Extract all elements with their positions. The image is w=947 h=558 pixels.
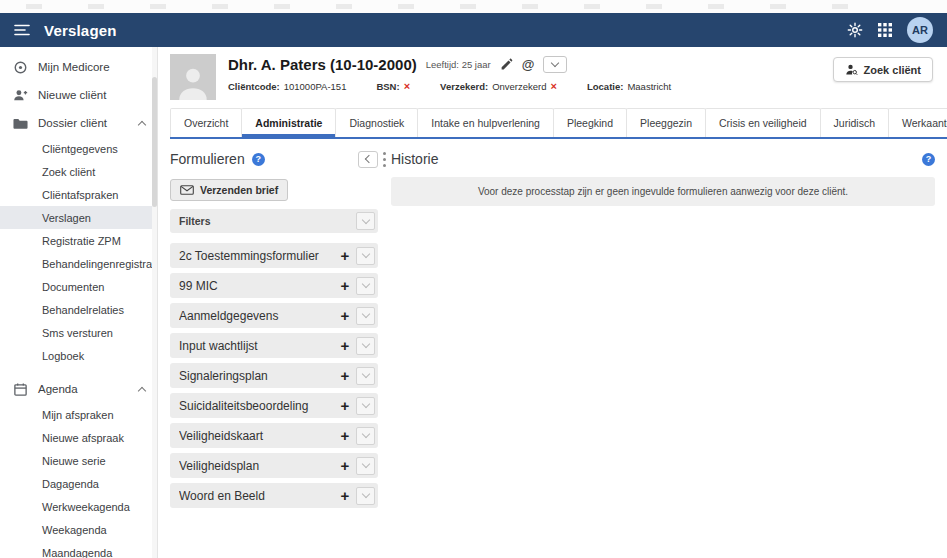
collapse-panel-button[interactable]	[358, 151, 378, 168]
form-name: Veiligheidskaart	[179, 429, 334, 443]
form-name: Suicidaliteitsbeoordeling	[179, 399, 334, 413]
tab-diagnostiek[interactable]: Diagnostiek	[335, 108, 418, 137]
scrollbar-thumb[interactable]	[152, 77, 157, 207]
sidebar-item-nieuwe-client[interactable]: Nieuwe cliënt	[0, 81, 157, 109]
add-form-button[interactable]: +	[334, 308, 356, 323]
sidebar-section-dossier-client[interactable]: Dossier cliënt	[0, 109, 157, 137]
zoek-client-label: Zoek cliënt	[864, 64, 921, 76]
tab-werkaantekening[interactable]: Werkaantekening	[888, 108, 947, 137]
sidebar-item-label: Zoek cliënt	[42, 166, 95, 178]
sidebar-item-werkweekagenda[interactable]: Werkweekagenda	[0, 495, 157, 518]
add-form-button[interactable]: +	[334, 368, 356, 383]
form-name: Signaleringsplan	[179, 369, 334, 383]
clientcode-value: 101000PA-151	[284, 81, 347, 92]
form-options-dropdown[interactable]	[356, 457, 375, 475]
sidebar-section-agenda[interactable]: Agenda	[0, 375, 157, 403]
email-at-icon[interactable]: @	[522, 58, 535, 71]
sidebar-item-logboek[interactable]: Logboek	[0, 344, 157, 367]
form-row: Input wachtlijst +	[170, 333, 378, 358]
sidebar-item-dagagenda[interactable]: Dagagenda	[0, 472, 157, 495]
sidebar-item-verslagen-selected[interactable]: Verslagen	[0, 206, 157, 229]
sidebar-item-behandelingenregistratie[interactable]: Behandelingenregistratie	[0, 252, 157, 275]
sidebar-item-documenten[interactable]: Documenten	[0, 275, 157, 298]
add-form-button[interactable]: +	[334, 248, 356, 263]
chevron-up-icon	[138, 386, 146, 394]
add-form-button[interactable]: +	[334, 488, 356, 503]
bsn-missing-cross-icon: ×	[404, 81, 410, 92]
patient-info: Dhr. A. Paters (10-10-2000) Leeftijd: 25…	[228, 54, 937, 92]
menu-icon[interactable]	[14, 23, 30, 37]
drag-dots-icon	[383, 164, 386, 167]
form-options-dropdown[interactable]	[356, 307, 375, 325]
help-icon[interactable]: ?	[252, 153, 265, 166]
edit-pencil-icon[interactable]	[500, 58, 513, 71]
medicore-target-icon	[12, 60, 28, 75]
app-topbar: Verslagen AR	[0, 13, 947, 47]
sidebar-item-maandagenda[interactable]: Maandagenda	[0, 541, 157, 558]
form-options-dropdown[interactable]	[356, 487, 375, 505]
filters-chevron-button[interactable]	[356, 212, 375, 230]
tab-crisis-en-veiligheid[interactable]: Crisis en veiligheid	[705, 108, 821, 137]
patient-header: Dhr. A. Paters (10-10-2000) Leeftijd: 25…	[158, 47, 947, 102]
sidebar-scrollbar[interactable]	[152, 47, 157, 558]
add-form-button[interactable]: +	[334, 398, 356, 413]
tab-pleegkind[interactable]: Pleegkind	[553, 108, 627, 137]
form-options-dropdown[interactable]	[356, 337, 375, 355]
filters-label: Filters	[179, 215, 356, 227]
main-content: Dhr. A. Paters (10-10-2000) Leeftijd: 25…	[158, 47, 947, 558]
filters-dropdown[interactable]: Filters	[170, 209, 378, 233]
sidebar-item-label: Maandagenda	[42, 547, 112, 558]
sidebar-item-label: Documenten	[42, 281, 104, 293]
add-form-button[interactable]: +	[334, 458, 356, 473]
tab-juridisch[interactable]: Juridisch	[820, 108, 889, 137]
form-options-dropdown[interactable]	[356, 247, 375, 265]
chevron-down-icon	[361, 400, 369, 408]
sidebar-item-label: Weekagenda	[42, 524, 107, 536]
panel-resize-handle[interactable]	[378, 147, 391, 558]
chevron-left-icon	[365, 155, 373, 163]
tab-pleeggezin[interactable]: Pleeggezin	[626, 108, 706, 137]
sidebar-item-registratie-zpm[interactable]: Registratie ZPM	[0, 229, 157, 252]
add-form-button[interactable]: +	[334, 278, 356, 293]
content-panels: Formulieren ? Verzenden brief Filters 2c…	[158, 139, 947, 558]
apps-grid-icon[interactable]	[878, 23, 892, 37]
sidebar-item-weekagenda[interactable]: Weekagenda	[0, 518, 157, 541]
sidebar-item-nieuwe-serie[interactable]: Nieuwe serie	[0, 449, 157, 472]
patient-age: Leeftijd: 25 jaar	[426, 59, 491, 70]
help-icon[interactable]: ?	[922, 153, 935, 166]
sidebar-item-sms-versturen[interactable]: Sms versturen	[0, 321, 157, 344]
form-options-dropdown[interactable]	[356, 427, 375, 445]
form-options-dropdown[interactable]	[356, 367, 375, 385]
chevron-down-icon	[361, 460, 369, 468]
sidebar-item-clientgegevens[interactable]: Cliëntgegevens	[0, 137, 157, 160]
form-name: 2c Toestemmingsformulier	[179, 249, 334, 263]
add-form-button[interactable]: +	[334, 338, 356, 353]
form-row: Veiligheidsplan +	[170, 453, 378, 478]
page-title: Verslagen	[44, 22, 117, 39]
sidebar-item-behandelrelaties[interactable]: Behandelrelaties	[0, 298, 157, 321]
sidebar-item-mijn-afspraken[interactable]: Mijn afspraken	[0, 403, 157, 426]
sidebar-item-clientafspraken[interactable]: Cliëntafspraken	[0, 183, 157, 206]
chevron-down-icon	[361, 280, 369, 288]
tab-bar: Overzicht Administratie Diagnostiek Inta…	[170, 108, 947, 139]
verzenden-brief-button[interactable]: Verzenden brief	[170, 179, 288, 201]
sidebar-item-nieuwe-afspraak[interactable]: Nieuwe afspraak	[0, 426, 157, 449]
user-avatar[interactable]: AR	[907, 17, 933, 43]
sidebar-item-label: Cliëntafspraken	[42, 189, 118, 201]
form-options-dropdown[interactable]	[356, 277, 375, 295]
calendar-icon	[12, 382, 28, 397]
sidebar-item-zoek-client[interactable]: Zoek cliënt	[0, 160, 157, 183]
add-form-button[interactable]: +	[334, 428, 356, 443]
zoek-client-button[interactable]: Zoek cliënt	[833, 57, 933, 82]
patient-actions-dropdown[interactable]	[543, 56, 567, 73]
historie-title: Historie	[391, 151, 438, 167]
tab-intake-en-hulpverlening[interactable]: Intake en hulpverlening	[417, 108, 554, 137]
chevron-down-icon	[361, 490, 369, 498]
tab-overzicht[interactable]: Overzicht	[170, 108, 242, 137]
chevron-down-icon	[361, 250, 369, 258]
form-options-dropdown[interactable]	[356, 397, 375, 415]
sidebar-item-mijn-medicore[interactable]: Mijn Medicore	[0, 53, 157, 81]
tab-administratie-active[interactable]: Administratie	[241, 108, 336, 137]
settings-gear-icon[interactable]	[847, 22, 863, 38]
sidebar: Mijn Medicore Nieuwe cliënt Dossier clië…	[0, 47, 158, 558]
